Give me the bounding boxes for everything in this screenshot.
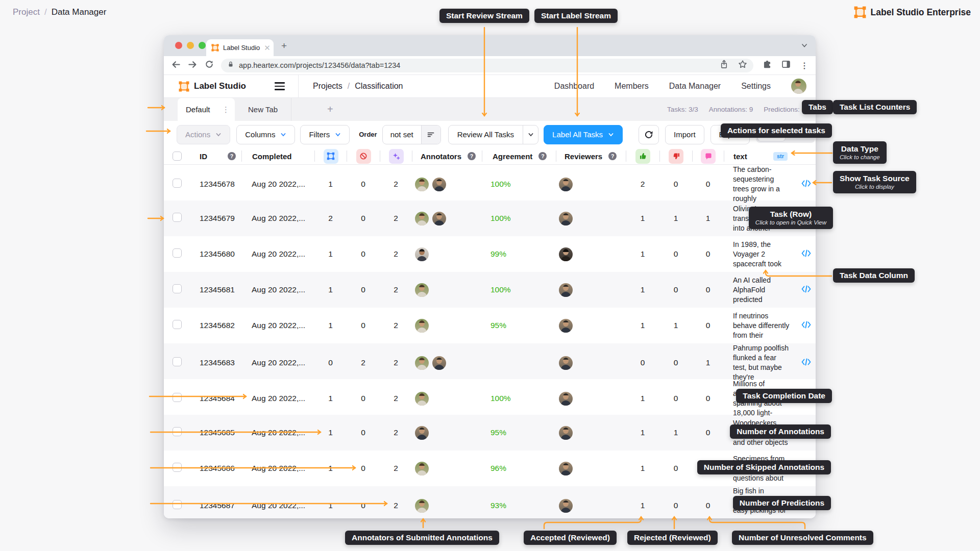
filters-dropdown[interactable]: Filters: [300, 125, 350, 144]
row-checkbox[interactable]: [173, 393, 182, 404]
share-icon[interactable]: [720, 60, 728, 71]
tab-search-chevron-icon[interactable]: [801, 42, 808, 51]
accepted-count: 1: [641, 214, 645, 223]
tab-menu-kebab-icon[interactable]: ⋮: [222, 106, 230, 113]
window-controls[interactable]: [175, 42, 206, 49]
label-all-tasks-button[interactable]: Label All Tasks: [544, 125, 623, 144]
column-header-text[interactable]: textstr: [724, 151, 797, 162]
task-completed-date: Aug 20 2022,...: [241, 285, 314, 294]
column-header-annotators[interactable]: Annotators?: [412, 151, 482, 162]
nav-item-data-manager[interactable]: Data Manager: [669, 82, 721, 91]
sidebar-icon[interactable]: [781, 60, 791, 71]
agreement-value: 95%: [482, 428, 556, 437]
column-header-annotations-count[interactable]: [314, 151, 347, 162]
back-icon[interactable]: [171, 60, 181, 71]
show-source-code-icon[interactable]: [801, 179, 811, 188]
projects-link[interactable]: Projects: [313, 82, 342, 91]
data-type-badge[interactable]: str: [773, 152, 788, 161]
extensions-puzzle-icon[interactable]: [763, 60, 772, 71]
reviewer-avatars: [556, 499, 626, 513]
reviewer-avatars: [556, 247, 626, 261]
sort-direction-icon[interactable]: [421, 126, 440, 144]
app-logo-icon[interactable]: [179, 81, 189, 92]
row-checkbox[interactable]: [173, 463, 182, 474]
table-row[interactable]: 12345684Aug 20 2022,...102100%100Million…: [164, 379, 816, 415]
agreement-value: 99%: [482, 249, 556, 259]
close-window-icon[interactable]: [175, 42, 182, 49]
row-checkbox[interactable]: [173, 248, 182, 260]
tab-default[interactable]: Default ⋮: [178, 98, 235, 121]
hamburger-menu-icon[interactable]: [275, 82, 285, 90]
bookmark-star-icon[interactable]: [738, 60, 747, 71]
column-header-skipped-count[interactable]: [347, 151, 380, 162]
task-source-button[interactable]: [801, 320, 811, 331]
table-row[interactable]: 12345681Aug 20 2022,...102100%100An AI c…: [164, 272, 816, 308]
nav-item-settings[interactable]: Settings: [741, 82, 771, 91]
column-header-id[interactable]: ID?: [190, 151, 241, 162]
row-checkbox[interactable]: [173, 500, 182, 511]
browser-toolbar: app.heartex.com/projects/123456/data?tab…: [164, 56, 816, 75]
column-header-rejected[interactable]: [659, 151, 692, 162]
show-source-code-icon[interactable]: [801, 358, 811, 366]
nav-item-dashboard[interactable]: Dashboard: [554, 82, 594, 91]
column-header-reviewers[interactable]: Reviewers?: [556, 151, 626, 162]
table-row[interactable]: 12345679Aug 20 2022,...202100%111Olivine…: [164, 201, 816, 236]
minimize-window-icon[interactable]: [187, 42, 194, 49]
address-bar[interactable]: app.heartex.com/projects/123456/data?tab…: [221, 59, 753, 72]
breadcrumb-parent[interactable]: Project: [13, 7, 40, 17]
review-all-tasks-button[interactable]: Review All Tasks: [449, 126, 523, 144]
chevron-down-icon: [215, 132, 222, 138]
show-source-code-icon[interactable]: [801, 285, 811, 293]
task-source-button[interactable]: [801, 358, 811, 368]
task-source-button[interactable]: [801, 249, 811, 260]
task-source-button[interactable]: [801, 179, 811, 190]
user-avatar[interactable]: [791, 79, 806, 94]
import-button[interactable]: Import: [665, 125, 704, 144]
reload-icon[interactable]: [205, 60, 214, 71]
help-icon[interactable]: ?: [468, 152, 476, 160]
maximize-window-icon[interactable]: [199, 42, 206, 49]
nav-item-members[interactable]: Members: [615, 82, 649, 91]
columns-dropdown[interactable]: Columns: [236, 125, 295, 144]
forward-icon[interactable]: [188, 60, 198, 71]
table-row[interactable]: 12345685Aug 20 2022,...10295%110Woodpeck…: [164, 415, 816, 450]
row-checkbox[interactable]: [173, 213, 182, 224]
row-checkbox[interactable]: [173, 320, 182, 331]
refresh-button[interactable]: [639, 125, 659, 144]
actions-dropdown[interactable]: Actions: [177, 125, 230, 144]
task-source-button[interactable]: [801, 285, 811, 295]
skipped-count: 0: [361, 501, 365, 510]
new-browser-tab-button[interactable]: +: [281, 40, 287, 52]
column-header-predictions-count[interactable]: [380, 151, 412, 162]
browser-tab[interactable]: Label Studio ✕: [206, 39, 274, 56]
browser-menu-kebab-icon[interactable]: ⋮: [800, 61, 808, 70]
table-row[interactable]: 12345687Aug 20 2022,...10293%100Big fish…: [164, 486, 816, 518]
column-header-accepted[interactable]: [626, 151, 659, 162]
ordering-control[interactable]: not set: [382, 125, 441, 144]
review-all-tasks-split-button[interactable]: Review All Tasks: [448, 125, 538, 144]
table-row[interactable]: 12345680Aug 20 2022,...10299%100In 1989,…: [164, 236, 816, 272]
show-source-code-icon[interactable]: [801, 249, 811, 258]
row-checkbox[interactable]: [173, 284, 182, 295]
table-row[interactable]: 12345678Aug 20 2022,...102100%200The car…: [164, 165, 816, 201]
select-all-checkbox[interactable]: [164, 151, 190, 162]
table-row[interactable]: 12345683Aug 20 2022,...022001Pahrump poo…: [164, 343, 816, 379]
app-logo-text[interactable]: Label Studio: [194, 81, 246, 91]
add-tab-button[interactable]: +: [291, 98, 337, 121]
help-icon[interactable]: ?: [228, 152, 236, 160]
show-source-code-icon[interactable]: [801, 320, 811, 329]
column-header-agreement[interactable]: Agreement?: [482, 151, 556, 162]
close-tab-icon[interactable]: ✕: [264, 44, 271, 52]
reviewer-avatar: [559, 178, 573, 191]
column-header-completed[interactable]: Completed: [241, 151, 314, 162]
help-icon[interactable]: ?: [608, 152, 617, 160]
table-row[interactable]: 12345682Aug 20 2022,...10295%110If neutr…: [164, 308, 816, 343]
row-checkbox[interactable]: [173, 179, 182, 190]
row-checkbox[interactable]: [173, 427, 182, 438]
tab-new-tab[interactable]: New Tab: [235, 98, 291, 121]
help-icon[interactable]: ?: [538, 152, 547, 160]
predictions-count: 2: [394, 358, 398, 367]
review-options-chevron-icon[interactable]: [523, 126, 538, 144]
column-header-comments[interactable]: [692, 151, 724, 162]
row-checkbox[interactable]: [173, 357, 182, 368]
